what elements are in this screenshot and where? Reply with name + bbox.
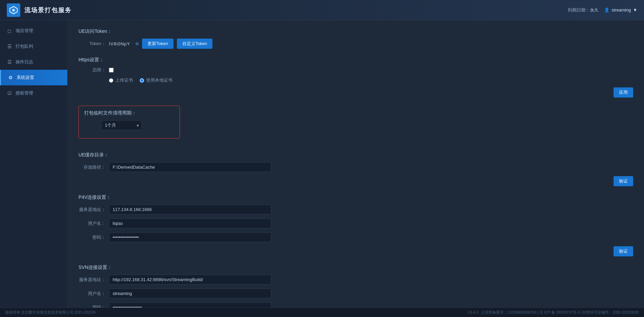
custom-token-button[interactable]: 自定义Token	[177, 39, 213, 49]
logo	[7, 3, 20, 17]
log-icon: ☰	[7, 59, 12, 65]
https-enable-checkbox[interactable]	[109, 68, 114, 72]
p4v-verify-button[interactable]: 验证	[614, 246, 633, 256]
p4v-user-input[interactable]	[109, 218, 271, 228]
p4v-server-input[interactable]	[109, 205, 271, 214]
svn-title: SVN连接设置：	[78, 265, 633, 271]
p4v-server-row: 服务器地址：	[78, 205, 633, 214]
copy-icon[interactable]: ⧉	[136, 41, 139, 46]
svn-user-input[interactable]	[109, 289, 271, 298]
https-apply-button[interactable]: 应用	[614, 87, 633, 98]
ue-cache-title: UE缓存目录：	[78, 152, 633, 158]
cleanup-title: 打包临时文件清理周期：	[84, 110, 174, 116]
sidebar-item-label: 项目管理	[16, 28, 33, 34]
svn-server-input[interactable]	[109, 275, 271, 284]
ue-cache-section: UE缓存目录： 存放路径： 验证	[78, 152, 633, 186]
cleanup-highlight-box: 打包临时文件清理周期： 1个月 3个月 6个月 1年	[78, 106, 180, 139]
auth-icon: ☑	[7, 90, 12, 96]
p4v-user-label: 用户名：	[78, 220, 106, 227]
upload-cert-radio[interactable]	[109, 78, 113, 83]
cleanup-period-row: 1个月 3个月 6个月 1年	[84, 120, 174, 130]
refresh-token-button[interactable]: 更新Token	[142, 39, 174, 49]
svn-section: SVN连接设置： 服务器地址： 用户名： 密码： 验证	[78, 265, 633, 308]
p4v-password-row: 密码：	[78, 232, 633, 242]
sidebar-item-queue[interactable]: ☰ 打包队列	[0, 39, 67, 54]
cleanup-period-select[interactable]: 1个月 3个月 6个月 1年	[101, 120, 142, 130]
sidebar-item-log[interactable]: ☰ 操作日志	[0, 54, 67, 70]
main-content: UE访问Token： Token： IV8i0NpY ⧉ 更新Token 自定义…	[68, 20, 644, 308]
user-menu[interactable]: 👤 streaming ▼	[604, 7, 637, 13]
https-enable-row: 启用：	[78, 67, 633, 73]
svn-password-row: 密码：	[78, 302, 633, 308]
username: streaming	[612, 7, 631, 13]
settings-icon: ⚙	[8, 75, 13, 80]
p4v-user-row: 用户名：	[78, 218, 633, 228]
ue-token-section: UE访问Token： Token： IV8i0NpY ⧉ 更新Token 自定义…	[78, 28, 633, 49]
svn-server-label: 服务器地址：	[78, 277, 106, 283]
token-row: Token： IV8i0NpY ⧉ 更新Token 自定义Token	[78, 39, 633, 49]
copyright: 版权所有 北京数字冰客信息技术有限公司 2021-2023年	[5, 310, 96, 315]
https-section: Https设置： 启用： 上传证书 使用本地证书	[78, 57, 633, 98]
svn-server-row: 服务器地址：	[78, 275, 633, 284]
p4v-password-input[interactable]	[109, 232, 271, 242]
local-cert-option[interactable]: 使用本地证书	[140, 77, 172, 83]
svg-point-2	[13, 9, 15, 11]
app-title: 流场景打包服务	[24, 6, 72, 14]
sidebar-item-label: 授权管理	[16, 90, 33, 96]
token-label: Token：	[78, 41, 106, 47]
local-cert-radio[interactable]	[140, 78, 144, 83]
sidebar-item-settings[interactable]: ⚙ 系统设置	[0, 70, 67, 85]
version: V3.4.3	[467, 310, 478, 314]
ue-token-title: UE访问Token：	[78, 28, 633, 35]
dropdown-icon: ▼	[633, 7, 637, 13]
layout: ◻ 项目管理 ☰ 打包队列 ☰ 操作日志 ⚙ 系统设置 ☑ 授权管理 UE访问T…	[0, 20, 644, 308]
https-cert-row: 上传证书 使用本地证书	[78, 77, 633, 83]
cache-path-input[interactable]	[109, 162, 271, 172]
cleanup-period-wrapper[interactable]: 1个月 3个月 6个月 1年	[101, 120, 142, 130]
cache-path-label: 存放路径：	[78, 164, 106, 170]
svn-user-row: 用户名：	[78, 289, 633, 298]
header-left: 流场景打包服务	[7, 3, 72, 17]
upload-cert-option[interactable]: 上传证书	[109, 77, 133, 83]
header-right: 到期日期：永久 👤 streaming ▼	[568, 7, 637, 13]
header: 流场景打包服务 到期日期：永久 👤 streaming ▼	[0, 0, 644, 20]
svn-password-label: 密码：	[78, 304, 106, 308]
cleanup-section: 打包临时文件清理周期： 1个月 3个月 6个月 1年	[78, 106, 633, 144]
sidebar-item-label: 系统设置	[17, 75, 34, 81]
p4v-verify-row: 验证	[78, 246, 633, 256]
svn-user-label: 用户名：	[78, 291, 106, 297]
sidebar-item-label: 打包队列	[16, 43, 33, 49]
https-title: Https设置：	[78, 57, 633, 63]
sidebar-item-label: 操作日志	[16, 59, 33, 65]
p4v-title: P4V连接设置：	[78, 194, 633, 200]
user-icon: 👤	[604, 7, 610, 13]
footer: 版权所有 北京数字冰客信息技术有限公司 2021-2023年 V3.4.3 公安…	[0, 308, 644, 317]
svn-password-input[interactable]	[109, 302, 271, 308]
cert-radio-group: 上传证书 使用本地证书	[109, 77, 172, 83]
cache-verify-row: 验证	[78, 176, 633, 186]
p4v-section: P4V连接设置： 服务器地址： 用户名： 密码： 验证	[78, 194, 633, 256]
cache-verify-button[interactable]: 验证	[614, 176, 633, 186]
https-enable-label: 启用：	[78, 67, 106, 73]
footer-info: V3.4.3 公安部备案号：11010602006763 | 京 ICP 备 1…	[467, 310, 639, 315]
sidebar: ◻ 项目管理 ☰ 打包队列 ☰ 操作日志 ⚙ 系统设置 ☑ 授权管理	[0, 20, 68, 308]
sidebar-item-project[interactable]: ◻ 项目管理	[0, 23, 67, 39]
expiry-label: 到期日期：永久	[568, 7, 599, 13]
queue-icon: ☰	[7, 44, 12, 49]
cache-path-row: 存放路径：	[78, 162, 633, 172]
p4v-password-label: 密码：	[78, 234, 106, 240]
token-value: IV8i0NpY	[109, 41, 130, 46]
project-icon: ◻	[7, 28, 12, 34]
icp: 公安部备案号：11010602006763 | 京 ICP 备 19018737…	[481, 310, 639, 314]
p4v-server-label: 服务器地址：	[78, 207, 106, 213]
https-apply-row: 应用	[78, 87, 633, 98]
sidebar-item-auth[interactable]: ☑ 授权管理	[0, 85, 67, 101]
